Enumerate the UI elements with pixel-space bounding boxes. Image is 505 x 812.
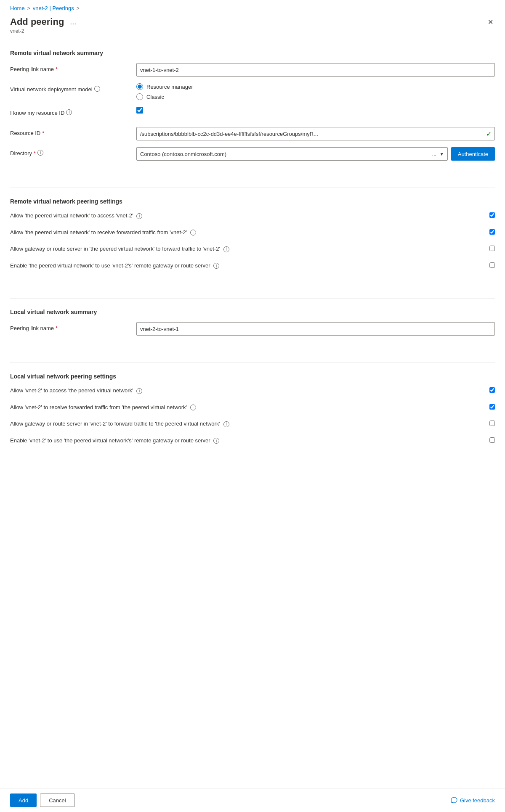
page-title-row: Add peering ...: [10, 16, 79, 27]
local-setting3-row: Allow gateway or route server in 'vnet-2…: [10, 420, 495, 428]
remote-setting2-checkbox[interactable]: [489, 229, 495, 235]
local-setting2-row: Allow 'vnet-2' to receive forwarded traf…: [10, 403, 495, 412]
resource-id-field-label: Resource ID *: [10, 127, 136, 137]
local-setting2-control: [489, 403, 495, 411]
resource-id-checkbox-label: I know my resource ID i: [10, 107, 136, 117]
resource-id-field-row: Resource ID * ✓: [10, 127, 495, 140]
resource-id-field-control: ✓: [136, 127, 495, 140]
directory-select-text: Contoso (contoso.onmicrosoft.com): [140, 151, 431, 157]
cancel-button[interactable]: Cancel: [40, 793, 74, 807]
breadcrumb-sep2: >: [77, 5, 80, 11]
local-setting4-label: Enable 'vnet-2' to use 'the peered virtu…: [10, 436, 489, 445]
ellipsis-button[interactable]: ...: [67, 17, 79, 27]
local-setting4-info-icon: i: [213, 438, 219, 444]
close-button[interactable]: ✕: [486, 16, 495, 28]
local-peering-settings-title: Local virtual network peering settings: [10, 373, 495, 380]
remote-setting1-control: [489, 212, 495, 219]
local-setting1-label: Allow 'vnet-2' to access 'the peered vir…: [10, 386, 489, 395]
resource-id-info-icon: i: [66, 109, 72, 115]
section-divider-3: [10, 362, 495, 363]
deployment-model-label: Virtual network deployment model i: [10, 83, 136, 93]
local-peering-link-name-row: Peering link name *: [10, 322, 495, 336]
local-setting2-info-icon: i: [190, 405, 196, 410]
peering-link-name-row: Peering link name *: [10, 63, 495, 77]
local-setting2-checkbox[interactable]: [489, 404, 495, 410]
local-setting3-label: Allow gateway or route server in 'vnet-2…: [10, 420, 489, 428]
radio-resource-manager[interactable]: Resource manager: [136, 83, 193, 90]
radio-resource-manager-input[interactable]: [136, 83, 143, 90]
deployment-model-row: Virtual network deployment model i Resou…: [10, 83, 495, 100]
remote-setting3-checkbox[interactable]: [489, 246, 495, 251]
local-setting4-control: [489, 436, 495, 444]
peering-link-name-label: Peering link name *: [10, 63, 136, 73]
resource-id-required: *: [42, 130, 44, 137]
breadcrumb-home[interactable]: Home: [10, 5, 25, 11]
remote-peering-settings-title: Remote virtual network peering settings: [10, 198, 495, 205]
resource-id-wrapper: ✓: [136, 127, 495, 140]
remote-setting2-info-icon: i: [190, 230, 196, 235]
remote-setting2-label: Allow 'the peered virtual network' to re…: [10, 228, 489, 237]
local-setting2-label: Allow 'vnet-2' to receive forwarded traf…: [10, 403, 489, 412]
local-summary-title: Local virtual network summary: [10, 309, 495, 315]
feedback-icon: [451, 797, 457, 804]
local-setting1-control: [489, 386, 495, 394]
remote-setting4-info-icon: i: [213, 263, 219, 269]
local-setting4-checkbox[interactable]: [489, 437, 495, 443]
remote-setting2-row: Allow 'the peered virtual network' to re…: [10, 228, 495, 237]
resource-id-checkbox-item: [136, 107, 143, 114]
directory-label: Directory * i: [10, 147, 136, 157]
radio-classic-input[interactable]: [136, 93, 143, 100]
radio-resource-manager-label: Resource manager: [146, 84, 193, 90]
page-title: Add peering: [10, 16, 64, 27]
local-setting1-checkbox[interactable]: [489, 387, 495, 393]
directory-select-box[interactable]: Contoso (contoso.onmicrosoft.com) ... ▼: [136, 147, 448, 161]
remote-setting2-control: [489, 228, 495, 236]
remote-setting3-row: Allow gateway or route server in 'the pe…: [10, 245, 495, 253]
local-setting4-row: Enable 'vnet-2' to use 'the peered virtu…: [10, 436, 495, 445]
authenticate-button[interactable]: Authenticate: [451, 147, 495, 161]
local-peering-link-name-control: [136, 322, 495, 336]
resource-id-input[interactable]: [136, 127, 495, 140]
breadcrumb: Home > vnet-2 | Peerings >: [0, 0, 505, 15]
breadcrumb-sep1: >: [27, 5, 30, 11]
resource-id-checkbox-input[interactable]: [136, 107, 143, 114]
peering-link-name-input[interactable]: [136, 63, 495, 77]
page-title-area: Add peering ... vnet-2: [10, 16, 79, 34]
remote-setting1-label: Allow 'the peered virtual network' to ac…: [10, 212, 489, 220]
add-button[interactable]: Add: [10, 793, 37, 807]
local-setting1-row: Allow 'vnet-2' to access 'the peered vir…: [10, 386, 495, 395]
deployment-model-control: Resource manager Classic: [136, 83, 495, 100]
page-header: Add peering ... vnet-2 ✕: [0, 15, 505, 41]
remote-setting3-info-icon: i: [223, 246, 229, 252]
remote-setting1-info-icon: i: [136, 213, 142, 219]
local-setting3-info-icon: i: [223, 421, 229, 427]
resource-id-checkbox-control: [136, 107, 495, 114]
bottom-bar-actions: Add Cancel: [10, 793, 75, 807]
remote-summary-title: Remote virtual network summary: [10, 50, 495, 56]
directory-wrapper: Contoso (contoso.onmicrosoft.com) ... ▼ …: [136, 147, 495, 161]
local-setting3-checkbox[interactable]: [489, 421, 495, 426]
remote-setting3-label: Allow gateway or route server in 'the pe…: [10, 245, 489, 253]
local-peering-link-required: *: [56, 325, 58, 332]
local-peering-link-name-label: Peering link name *: [10, 322, 136, 332]
resource-id-check-icon: ✓: [486, 130, 492, 138]
directory-row: Directory * i Contoso (contoso.onmicroso…: [10, 147, 495, 161]
bottom-bar: Add Cancel Give feedback: [0, 788, 505, 812]
remote-setting4-row: Enable 'the peered virtual network' to u…: [10, 262, 495, 270]
main-content: Remote virtual network summary Peering l…: [0, 41, 505, 487]
breadcrumb-vnet[interactable]: vnet-2 | Peerings: [33, 5, 74, 11]
remote-setting4-checkbox[interactable]: [489, 262, 495, 268]
directory-dots: ...: [432, 151, 436, 157]
remote-setting4-label: Enable 'the peered virtual network' to u…: [10, 262, 489, 270]
radio-classic[interactable]: Classic: [136, 93, 193, 100]
deployment-model-radio-group: Resource manager Classic: [136, 83, 193, 100]
feedback-link[interactable]: Give feedback: [451, 797, 495, 804]
remote-setting3-control: [489, 245, 495, 252]
local-setting3-control: [489, 420, 495, 427]
directory-required: *: [34, 150, 36, 157]
local-peering-link-name-input[interactable]: [136, 322, 495, 336]
page-subtitle: vnet-2: [10, 28, 79, 34]
deployment-model-info-icon: i: [94, 86, 100, 92]
remote-setting1-checkbox[interactable]: [489, 212, 495, 218]
directory-control: Contoso (contoso.onmicrosoft.com) ... ▼ …: [136, 147, 495, 161]
